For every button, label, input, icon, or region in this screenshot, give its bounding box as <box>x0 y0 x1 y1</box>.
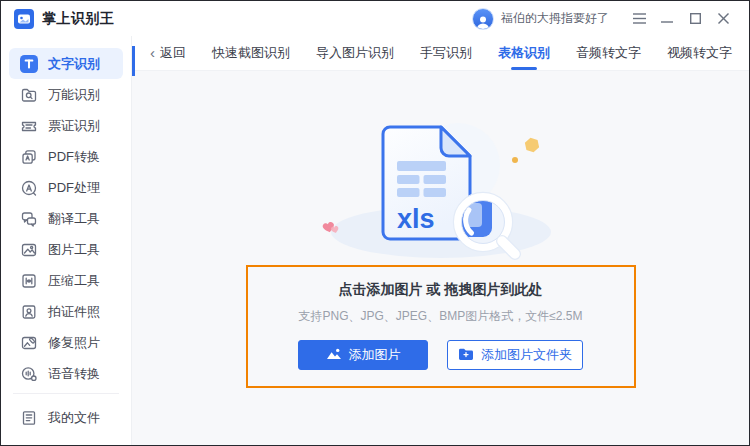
universal-recognition-icon <box>20 86 38 104</box>
sidebar-item-label: 拍证件照 <box>48 303 100 321</box>
sidebar-item-label: PDF转换 <box>48 148 100 166</box>
account-chip[interactable]: 福伯的大拇指要好了 <box>472 8 609 30</box>
voice-convert-icon <box>20 365 38 383</box>
xls-file-illustration: xls <box>306 121 576 261</box>
minimize-button[interactable] <box>653 6 681 32</box>
sidebar: 文字识别 万能识别 票证识别 <box>1 36 131 445</box>
translate-tool-icon <box>20 210 38 228</box>
sidebar-item-label: 压缩工具 <box>48 272 100 290</box>
tab-table-ocr[interactable]: 表格识别 <box>498 36 550 70</box>
sidebar-item-voice-convert[interactable]: 语音转换 <box>9 358 123 387</box>
tab-import-image-ocr[interactable]: 导入图片识别 <box>316 36 394 70</box>
close-button[interactable] <box>709 6 737 32</box>
tab-quick-screenshot-ocr[interactable]: 快速截图识别 <box>212 36 290 70</box>
sidebar-item-ticket-recognition[interactable]: 票证识别 <box>9 110 123 141</box>
file-type-label: xls <box>397 204 435 234</box>
text-recognition-icon <box>20 55 38 73</box>
repair-photo-icon <box>20 334 38 352</box>
app-window: 掌上识别王 福伯的大拇指要好了 <box>0 0 750 446</box>
sidebar-divider <box>13 393 119 394</box>
tab-label: 音频转文字 <box>576 44 641 62</box>
id-photo-icon <box>20 303 38 321</box>
sidebar-item-repair-photo[interactable]: 修复照片 <box>9 327 123 358</box>
maximize-button[interactable] <box>681 6 709 32</box>
sidebar-item-pdf-convert[interactable]: PDF转换 <box>9 141 123 172</box>
sidebar-item-pdf-process[interactable]: PDF处理 <box>9 172 123 203</box>
tab-label: 快速截图识别 <box>212 44 290 62</box>
sidebar-item-label: 翻译工具 <box>48 210 100 228</box>
sidebar-item-label: 票证识别 <box>48 117 100 135</box>
tabbar: ‹ 返回 快速截图识别 导入图片识别 手写识别 表格识别 音频转文字 视频转文字 <box>132 36 749 71</box>
tab-label: 手写识别 <box>420 44 472 62</box>
titlebar: 掌上识别王 福伯的大拇指要好了 <box>1 1 749 36</box>
sidebar-active-indicator <box>132 46 135 76</box>
image-icon <box>326 347 342 363</box>
chevron-left-icon: ‹ <box>150 45 155 60</box>
add-image-button[interactable]: 添加图片 <box>298 340 428 370</box>
add-image-label: 添加图片 <box>349 346 401 364</box>
sidebar-item-label: 图片工具 <box>48 241 100 259</box>
sidebar-item-universal-recognition[interactable]: 万能识别 <box>9 79 123 110</box>
app-title: 掌上识别王 <box>42 10 115 28</box>
tab-label: 视频转文字 <box>667 44 732 62</box>
pdf-convert-icon <box>20 148 38 166</box>
sidebar-item-label: 万能识别 <box>48 86 100 104</box>
dropzone-subtitle: 支持PNG、JPG、JPEG、BMP图片格式，文件≤2.5M <box>258 308 624 325</box>
dot-decoration <box>512 157 518 163</box>
tab-video-to-text[interactable]: 视频转文字 <box>667 36 732 70</box>
hexagon-decoration <box>522 137 540 154</box>
tab-handwriting-ocr[interactable]: 手写识别 <box>420 36 472 70</box>
tab-label: 导入图片识别 <box>316 44 394 62</box>
sidebar-item-label: 我的文件 <box>48 409 100 427</box>
sidebar-item-my-files[interactable]: 我的文件 <box>9 402 123 433</box>
sidebar-item-compress-tool[interactable]: 压缩工具 <box>9 265 123 296</box>
back-label: 返回 <box>160 44 186 62</box>
dropzone-title: 点击添加图片 或 拖拽图片到此处 <box>258 281 624 299</box>
sidebar-item-image-tool[interactable]: 图片工具 <box>9 234 123 265</box>
sidebar-item-id-photo[interactable]: 拍证件照 <box>9 296 123 327</box>
sidebar-item-text-recognition[interactable]: 文字识别 <box>9 48 123 79</box>
user-avatar-icon <box>472 8 494 30</box>
menu-icon[interactable] <box>625 6 653 32</box>
sidebar-item-label: 修复照片 <box>48 334 100 352</box>
compress-tool-icon <box>20 272 38 290</box>
add-image-folder-label: 添加图片文件夹 <box>481 346 572 364</box>
back-button[interactable]: ‹ 返回 <box>150 36 186 70</box>
pdf-process-icon <box>20 179 38 197</box>
content-panel: ‹ 返回 快速截图识别 导入图片识别 手写识别 表格识别 音频转文字 视频转文字 <box>131 36 749 445</box>
dropzone[interactable]: 点击添加图片 或 拖拽图片到此处 支持PNG、JPG、JPEG、BMP图片格式，… <box>246 265 636 388</box>
sidebar-item-label: PDF处理 <box>48 179 100 197</box>
sidebar-item-label: 语音转换 <box>48 365 100 383</box>
sidebar-item-translate-tool[interactable]: 翻译工具 <box>9 203 123 234</box>
folder-plus-icon <box>458 347 474 364</box>
ticket-recognition-icon <box>20 117 38 135</box>
main-area: xls <box>132 71 749 445</box>
image-tool-icon <box>20 241 38 259</box>
tab-audio-to-text[interactable]: 音频转文字 <box>576 36 641 70</box>
add-image-folder-button[interactable]: 添加图片文件夹 <box>447 340 583 370</box>
tab-label: 表格识别 <box>498 44 550 62</box>
app-logo-icon <box>14 9 34 29</box>
sidebar-item-label: 文字识别 <box>48 55 100 73</box>
my-files-icon <box>20 409 38 427</box>
username: 福伯的大拇指要好了 <box>501 10 609 27</box>
